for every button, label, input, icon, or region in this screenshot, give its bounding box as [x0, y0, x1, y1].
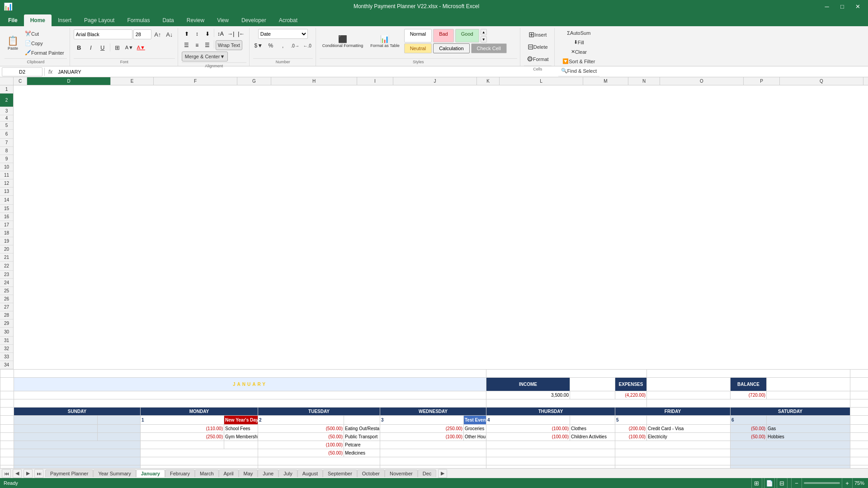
underline-button[interactable]: U — [97, 42, 108, 53]
cell-tuesday-header[interactable]: TUESDAY — [258, 408, 380, 416]
row-31[interactable]: 31 — [0, 337, 13, 345]
cell-O4[interactable] — [647, 399, 850, 408]
cell-fri-lbl-7[interactable]: Credit Card - Visa — [647, 425, 731, 433]
sheet-nav-next[interactable]: ▶ — [24, 469, 33, 478]
sheet-tab-dec[interactable]: Dec — [418, 469, 437, 477]
sheet-tab-september[interactable]: September — [323, 469, 357, 477]
col-header-F[interactable]: F — [154, 77, 237, 85]
conditional-formatting-button[interactable]: ⬛ Conditional Formatting — [320, 33, 366, 50]
decrease-font-button[interactable]: A↓ — [164, 29, 175, 40]
cell-sun10[interactable] — [14, 449, 141, 457]
cell-Q2[interactable] — [850, 378, 868, 391]
cell-M2[interactable] — [570, 378, 615, 391]
cell-thu11[interactable] — [486, 457, 615, 465]
cell-fri-lbl-8[interactable]: Electricity — [647, 433, 731, 441]
cell-sunday-header[interactable]: SUNDAY — [14, 408, 141, 416]
clear-button[interactable]: ✕ Clear — [568, 47, 590, 56]
sheet-nav-prev[interactable]: ◀ — [13, 469, 22, 478]
cell-test-event[interactable]: Test Event 1 — [464, 416, 486, 425]
cell-D4[interactable] — [14, 399, 486, 408]
cell-R10[interactable] — [850, 449, 868, 457]
cell-thu10[interactable] — [486, 449, 615, 457]
sheet-tab-august[interactable]: August — [297, 469, 323, 477]
tab-view[interactable]: View — [211, 14, 235, 26]
cell-R4[interactable] — [850, 399, 868, 408]
sheet-tab-march[interactable]: March — [195, 469, 219, 477]
italic-button[interactable]: I — [85, 42, 96, 53]
page-break-button[interactable]: ⊟ — [777, 478, 788, 488]
col-header-Q[interactable]: Q — [780, 77, 863, 85]
insert-button[interactable]: ⊞ Insert — [526, 29, 550, 40]
cell-tue-lbl-9[interactable]: Petcare — [344, 441, 380, 449]
cell-expenses-value[interactable]: (4,220.00) — [615, 391, 647, 399]
row-27[interactable]: 27 — [0, 303, 13, 311]
cell-P3[interactable] — [767, 391, 850, 399]
cell-tue-lbl-7[interactable]: Eating Out/Restaurant — [344, 425, 380, 433]
cell-C11[interactable] — [0, 457, 14, 465]
row-32[interactable]: 32 — [0, 345, 13, 353]
cell-monday-header[interactable]: MONDAY — [141, 408, 258, 416]
cell-C7[interactable] — [0, 425, 14, 433]
cell-C9[interactable] — [0, 441, 14, 449]
cell-R8[interactable] — [850, 433, 868, 441]
sheet-scroll-right[interactable]: ▶ — [438, 469, 447, 478]
align-right-button[interactable]: ☰ — [203, 40, 212, 50]
sheet-tab-year-summary[interactable]: Year Summary — [93, 469, 136, 477]
cell-wed-lbl-7[interactable]: Groceries — [464, 425, 486, 433]
row-5[interactable]: 5 — [0, 122, 13, 130]
cell-thu-date-4[interactable]: 4 — [486, 416, 570, 425]
cell-C2[interactable] — [0, 378, 14, 391]
copy-button[interactable]: 📄 Copy — [22, 39, 67, 47]
cell-wednesday-header[interactable]: WEDNESDAY — [380, 408, 486, 416]
cell-C6[interactable] — [0, 416, 14, 425]
cell-N3[interactable] — [647, 391, 731, 399]
cell-saturday-header[interactable]: SATURDAY — [731, 408, 850, 416]
merge-center-button[interactable]: Merge & Center ▼ — [182, 52, 228, 61]
cell-wed10[interactable] — [380, 449, 486, 457]
row-33[interactable]: 33 — [0, 353, 13, 361]
border-button[interactable]: ⊞ — [112, 42, 123, 53]
cell-mon-lbl-7[interactable]: School Fees — [224, 425, 258, 433]
font-size-input[interactable] — [133, 29, 151, 39]
tab-developer[interactable]: Developer — [235, 14, 273, 26]
cell-mon-amt-7[interactable]: (110.00) — [141, 425, 224, 433]
row-10[interactable]: 10 — [0, 163, 13, 171]
cell-sat10[interactable] — [731, 449, 850, 457]
cell-mon-lbl-8[interactable]: Gym Membership — [224, 433, 258, 441]
cell-R6[interactable] — [850, 416, 868, 425]
cell-P2[interactable] — [767, 378, 850, 391]
row-34[interactable]: 34 — [0, 361, 13, 369]
zoom-in-button[interactable]: + — [842, 478, 853, 488]
col-header-N[interactable]: N — [628, 77, 660, 85]
cell-sun-date-1b[interactable] — [98, 416, 141, 425]
col-header-R[interactable]: R — [863, 77, 868, 85]
row-30[interactable]: 30 — [0, 328, 13, 337]
cell-wed-date-3[interactable]: 3 — [380, 416, 464, 425]
indent-increase-button[interactable]: →| — [226, 29, 236, 39]
align-center-button[interactable]: ≡ — [192, 40, 202, 50]
cell-sat11[interactable] — [731, 457, 850, 465]
cell-wed9[interactable] — [380, 441, 486, 449]
col-header-I[interactable]: I — [357, 77, 393, 85]
cell-wed-amt-7[interactable]: (250.00) — [380, 425, 464, 433]
font-color-button[interactable]: A▼ — [136, 42, 146, 53]
row-11[interactable]: 11 — [0, 171, 13, 179]
cell-L1[interactable] — [486, 370, 647, 378]
paste-button[interactable]: 📋 Paste — [5, 34, 21, 52]
col-header-M[interactable]: M — [583, 77, 628, 85]
cell-L4[interactable] — [486, 399, 647, 408]
cell-thu-amt-7[interactable]: (100.00) — [486, 425, 570, 433]
zoom-slider[interactable] — [804, 482, 840, 484]
number-format-select[interactable]: Date General Number Currency Percentage — [258, 29, 308, 39]
cell-mon-date-1[interactable]: 1 — [141, 416, 224, 425]
cell-fri-date-5b[interactable] — [647, 416, 731, 425]
cell-income-value[interactable]: 3,500.00 — [486, 391, 570, 399]
cell-friday-header[interactable]: FRIDAY — [615, 408, 731, 416]
tab-insert[interactable]: Insert — [52, 14, 78, 26]
cell-sat-date-6b[interactable] — [767, 416, 850, 425]
col-header-J[interactable]: J — [393, 77, 477, 85]
cell-R11[interactable] — [850, 457, 868, 465]
styles-scroll[interactable]: ▲ ▼ — [481, 29, 487, 42]
row-29[interactable]: 29 — [0, 319, 13, 328]
cell-mon9b[interactable] — [224, 441, 258, 449]
